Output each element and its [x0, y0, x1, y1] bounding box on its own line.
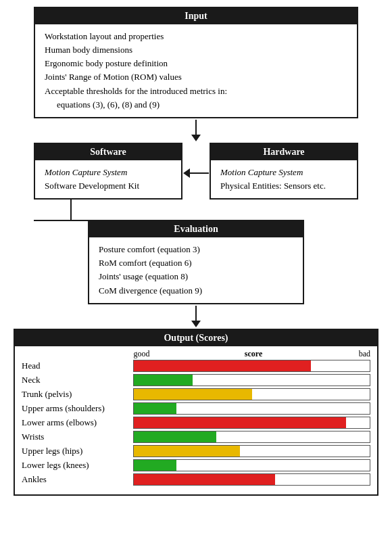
score-row: Head — [22, 360, 370, 372]
bar-track — [133, 402, 370, 415]
output-header: Output (Scores) — [15, 330, 377, 346]
bar-segment — [176, 403, 370, 414]
bar-track — [133, 360, 370, 372]
output-content: good score bad HeadNeckTrunk (pelvis)Upp… — [15, 346, 377, 494]
body-part-label: Upper legs (hips) — [22, 446, 133, 457]
bar-track — [133, 431, 370, 443]
body-part-label: Head — [22, 360, 133, 371]
bar-segment — [311, 360, 370, 371]
bar-segment — [134, 403, 176, 414]
hardware-header: Hardware — [211, 144, 357, 160]
bar-segment — [216, 431, 370, 442]
score-row: Ankles — [22, 473, 370, 486]
bar-segment — [134, 446, 240, 457]
body-part-label: Lower legs (knees) — [22, 460, 133, 471]
eval-line-1: Posture comfort (equation 3) — [99, 243, 293, 256]
score-label: score — [157, 349, 350, 359]
output-block: Output (Scores) good score bad HeadNeckT… — [14, 329, 378, 496]
arrow-head — [191, 135, 201, 141]
eval-left-arrow — [34, 200, 108, 221]
hardware-content: Motion Capture System Physical Entities:… — [211, 160, 357, 198]
eval-arrow-section — [34, 200, 358, 221]
sw-hw-row: Software Motion Capture System Software … — [34, 143, 358, 200]
eval-arrow-v — [70, 200, 72, 220]
bar-track — [133, 473, 370, 486]
hw-to-sw-arrow — [183, 168, 209, 178]
body-part-label: Trunk (pelvis) — [22, 389, 133, 400]
arrow-input-to-sw — [191, 120, 201, 141]
input-line-6: equations (3), (6), (8) and (9) — [45, 98, 347, 112]
bar-segment — [134, 417, 346, 428]
score-row: Wrists — [22, 431, 370, 443]
arrow-eval-to-output — [191, 306, 201, 327]
bar-segment — [240, 446, 370, 457]
input-line-4: Joints' Range of Motion (ROM) values — [45, 70, 347, 84]
score-header-row: good score bad — [22, 349, 370, 359]
software-block: Software Motion Capture System Software … — [34, 143, 182, 200]
software-line2: Software Development Kit — [45, 179, 172, 193]
score-row: Lower legs (knees) — [22, 459, 370, 471]
evaluation-block: Evaluation Posture comfort (equation 3) … — [88, 220, 304, 304]
score-row: Upper legs (hips) — [22, 445, 370, 457]
evaluation-content: Posture comfort (equation 3) RoM comfort… — [89, 237, 303, 303]
software-content: Motion Capture System Software Developme… — [35, 160, 181, 198]
bar-segment — [134, 431, 216, 442]
input-header: Input — [35, 8, 357, 24]
main-diagram: Input Workstation layout and properties … — [7, 7, 385, 496]
hardware-line2: Physical Entities: Sensors etc. — [220, 179, 347, 193]
software-line1: Motion Capture System — [45, 166, 172, 179]
bar-segment — [134, 460, 176, 471]
body-part-label: Neck — [22, 375, 133, 386]
input-line-3: Ergonomic body posture definition — [45, 57, 347, 70]
hardware-line1: Motion Capture System — [220, 166, 347, 179]
input-line-2: Human body dimensions — [45, 43, 347, 57]
bar-track — [133, 388, 370, 400]
bar-segment — [134, 360, 311, 371]
bad-label: bad — [350, 349, 370, 359]
bar-segment — [275, 474, 370, 485]
input-line-1: Workstation layout and properties — [45, 30, 347, 43]
body-part-label: Wrists — [22, 431, 133, 442]
arrow-line-2 — [195, 306, 197, 321]
score-row: Upper arms (shoulders) — [22, 402, 370, 415]
hardware-block: Hardware Motion Capture System Physical … — [210, 143, 358, 200]
bar-segment — [346, 417, 370, 428]
body-part-label: Upper arms (shoulders) — [22, 403, 133, 414]
body-part-label: Ankles — [22, 474, 133, 485]
bar-segment — [134, 389, 252, 400]
eval-line-3: Joints' usage (equation 8) — [99, 270, 293, 283]
bar-segment — [176, 460, 370, 471]
bar-track — [133, 459, 370, 471]
input-block: Input Workstation layout and properties … — [34, 7, 358, 118]
score-rows: HeadNeckTrunk (pelvis)Upper arms (should… — [22, 360, 370, 486]
hw-to-sw-arrow-container — [182, 143, 210, 178]
score-row: Trunk (pelvis) — [22, 388, 370, 400]
arrow-line — [195, 120, 197, 135]
input-content: Workstation layout and properties Human … — [35, 24, 357, 117]
body-part-label: Lower arms (elbows) — [22, 417, 133, 428]
good-label: good — [126, 349, 157, 359]
input-line-5: Acceptable thresholds for the introduced… — [45, 85, 347, 98]
evaluation-section: Evaluation Posture comfort (equation 3) … — [34, 220, 358, 304]
score-row: Lower arms (elbows) — [22, 417, 370, 429]
bar-segment — [134, 375, 193, 386]
arrow-head-2 — [191, 321, 201, 327]
bar-track — [133, 445, 370, 457]
eval-spacer — [108, 200, 358, 221]
bar-segment — [134, 474, 275, 485]
evaluation-header: Evaluation — [89, 221, 303, 237]
arrow-left-head — [183, 168, 190, 178]
bar-segment — [193, 375, 370, 386]
bar-segment — [252, 389, 370, 400]
eval-line-2: RoM comfort (equation 6) — [99, 256, 293, 270]
arrow-left-line — [190, 172, 209, 174]
eval-line-4: CoM divergence (equation 9) — [99, 284, 293, 298]
bar-track — [133, 417, 370, 429]
score-row: Neck — [22, 374, 370, 386]
bar-track — [133, 374, 370, 386]
software-header: Software — [35, 144, 181, 160]
